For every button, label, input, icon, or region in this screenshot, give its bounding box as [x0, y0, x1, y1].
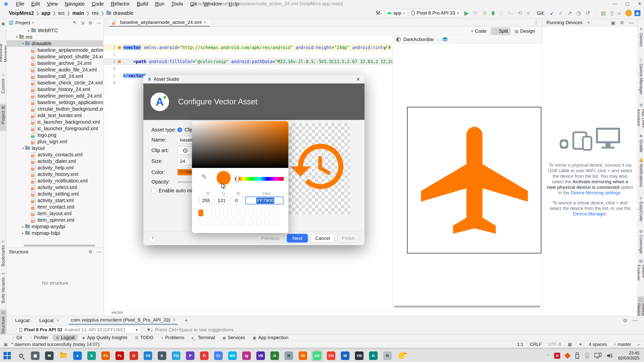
tool-button-profiler[interactable]: ◔Profiler	[27, 335, 51, 341]
tree-item-item_spinner-xml[interactable]: item_spinner.xml	[7, 217, 103, 223]
device-selector[interactable]: Pixel 8 Pro API 33 ▾	[409, 9, 462, 17]
link-text[interactable]: Device Mirroring settings	[571, 190, 620, 195]
code-line-1[interactable]: 1<vector xmlns:android="http://schemas.a…	[104, 44, 392, 51]
taskbar-app-icon[interactable]: AS	[313, 351, 321, 360]
taskbar-app-icon[interactable]: Fx	[101, 351, 110, 360]
maximize-icon[interactable]: ▢	[625, 1, 629, 7]
new-tab-icon[interactable]: +	[184, 317, 188, 324]
taskbar-app-icon[interactable]: ✉	[45, 351, 54, 360]
tree-item-circular_button_background-xml[interactable]: circular_button_background.xml	[7, 106, 103, 112]
add-device-icon[interactable]: +	[587, 20, 590, 25]
tool-button-app-inspection[interactable]: ▣App Inspection	[250, 335, 291, 341]
taskbar-file-explorer-icon[interactable]	[59, 351, 68, 360]
tool-tab-gradle[interactable]: ◈Gradle	[638, 132, 644, 157]
search-everywhere-icon[interactable]: ⌕	[618, 10, 621, 17]
gear-icon[interactable]: ⚙	[89, 249, 93, 255]
tree-horizontal-scrollbar[interactable]	[24, 245, 95, 247]
gear-icon[interactable]: ⚙	[620, 20, 624, 26]
debug-bug-icon[interactable]: ⬮	[491, 10, 495, 16]
tree-item-WebRTC[interactable]: ▸WebRTC	[7, 27, 103, 34]
clip-art-radio[interactable]	[177, 127, 182, 132]
attach-debugger-icon[interactable]: ⬯	[499, 10, 503, 16]
tree-arrow-icon[interactable]: ▸	[21, 231, 25, 235]
menu-item-code[interactable]: Code	[89, 1, 107, 7]
eyedropper-icon[interactable]: ✐	[200, 174, 208, 179]
tree-item-logo-png[interactable]: logo.png	[7, 132, 103, 138]
size-input[interactable]: 24	[177, 157, 193, 165]
color-swatch-cell[interactable]	[273, 219, 278, 226]
theme-selector[interactable]: DarkActionBar	[403, 37, 434, 42]
tool-tab-bookmarks[interactable]: ▷Bookmarks	[0, 238, 7, 268]
breadcrumb-item[interactable]: main	[72, 10, 84, 16]
tree-item-activity_start-xml[interactable]: activity_start.xml	[7, 197, 103, 204]
taskbar-app-icon[interactable]: R	[200, 351, 209, 360]
taskbar-app-icon[interactable]: Or	[299, 351, 307, 360]
color-swatch-cell[interactable]	[215, 209, 220, 216]
taskbar-app-icon[interactable]: Ig	[242, 351, 251, 360]
tool-tab-project[interactable]: ▦Project	[0, 104, 7, 131]
tool-tab-structure[interactable]: ⌬Structure	[0, 309, 7, 336]
git-history-icon[interactable]: ◷	[577, 10, 581, 16]
tool-tab-device-explorer[interactable]: ▤Device Explorer	[638, 258, 644, 295]
link-text[interactable]: Device Manager	[573, 211, 606, 216]
editor-breadcrumb[interactable]: vector	[104, 309, 542, 316]
mode-design[interactable]: ▨Design	[512, 27, 538, 35]
color-swatch-cell[interactable]	[223, 209, 228, 216]
mode-code[interactable]: ≡Code	[468, 27, 489, 35]
tree-arrow-icon[interactable]: ▸	[21, 225, 25, 229]
code-line-2[interactable]: 2	[104, 51, 392, 58]
taskbar-app-icon[interactable]: N	[285, 351, 293, 360]
file-encoding[interactable]: UTF-8	[548, 342, 561, 347]
code-line-3[interactable]: 3 <path android:fillColor="@color/voip" …	[104, 58, 392, 65]
layers-icon[interactable]	[442, 37, 448, 42]
color-swatch-cell[interactable]	[248, 209, 253, 216]
taskbar-duck-app-icon[interactable]	[397, 351, 406, 360]
color-swatch-cell[interactable]	[240, 219, 245, 226]
update-available-icon[interactable]: ↑	[625, 10, 632, 16]
hide-panel-icon[interactable]: —	[633, 318, 638, 324]
breadcrumb-item[interactable]: app	[42, 10, 51, 16]
tool-tab-device-manager[interactable]: ▯Device Manager	[638, 57, 644, 99]
mode-split[interactable]: ⿰Split	[491, 27, 511, 35]
clip-art-button[interactable]	[177, 147, 193, 154]
tool-tab-commit[interactable]: ◇Commit	[0, 72, 7, 99]
tool-tab-resource-manager[interactable]: ▣Resource Manager	[0, 20, 7, 63]
breadcrumb-item[interactable]: VoipMms2	[9, 10, 34, 16]
auto-mirror-checkbox[interactable]	[151, 188, 156, 193]
gear-icon[interactable]: ⚙	[623, 318, 627, 324]
tree-item-baseline_settings_applications_24-xml[interactable]: baseline_settings_applications_24.xml	[7, 99, 103, 106]
taskbar-app-icon[interactable]: Cr	[214, 351, 223, 360]
tool-button-problems[interactable]: ◑Problems	[158, 335, 187, 341]
tree-item-ic_launcher_background-xml[interactable]: ic_launcher_background.xml	[7, 119, 103, 125]
tree-item-activity_help-xml[interactable]: activity_help.xml	[7, 164, 103, 171]
color-swatch-cell[interactable]	[265, 219, 270, 226]
minimize-icon[interactable]: —	[613, 1, 617, 6]
tree-item-res[interactable]: ▾res	[7, 34, 103, 40]
hide-panel-icon[interactable]: —	[629, 20, 633, 26]
cancel-button[interactable]: Cancel	[311, 234, 334, 242]
tree-item-activity_contacts-xml[interactable]: activity_contacts.xml	[7, 151, 103, 158]
color-swatch-cell[interactable]	[256, 209, 262, 216]
tree-item-activity_setting-xml[interactable]: activity_setting.xml	[7, 191, 103, 197]
hide-panel-icon[interactable]: —	[97, 20, 101, 26]
coverage-icon[interactable]: ≣	[482, 10, 487, 16]
dialog-close-icon[interactable]: ✕	[356, 77, 360, 82]
indent-size[interactable]: 4 spaces	[589, 342, 607, 347]
tree-item-baseline_archive_24-xml[interactable]: baseline_archive_24.xml	[7, 60, 103, 66]
taskbar-app-icon[interactable]: G	[270, 351, 279, 360]
logcat-filter-input[interactable]: ▼▾ Press Ctrl+Space to see suggestions	[146, 326, 634, 334]
taskbar-app-icon[interactable]: WS	[228, 351, 237, 360]
tree-item-activity_dialer-xml[interactable]: activity_dialer.xml	[7, 158, 103, 164]
menu-item-navigate[interactable]: Navigate	[62, 1, 88, 7]
hue-slider[interactable]	[235, 177, 284, 181]
tree-item-baseline_airport_shuttle_24-xml[interactable]: baseline_airport_shuttle_24.xml	[7, 53, 103, 60]
tree-item-activity_history-xml[interactable]: activity_history.xml	[7, 171, 103, 177]
hex-input[interactable]: FF7900	[245, 197, 284, 204]
tree-item-drawable[interactable]: ▾drawable	[7, 40, 103, 47]
tree-item-ic_launcher_foreground-xml[interactable]: ic_launcher_foreground.xml	[7, 125, 103, 132]
taskbar-app-icon[interactable]: VS	[144, 351, 152, 360]
clock-widget[interactable]: 23:45 02/03/2025	[618, 351, 639, 361]
tree-item-layout[interactable]: ▾layout	[7, 145, 103, 151]
menu-item-edit[interactable]: Edit	[28, 1, 43, 7]
taskbar-app-icon[interactable]: W	[341, 351, 349, 360]
